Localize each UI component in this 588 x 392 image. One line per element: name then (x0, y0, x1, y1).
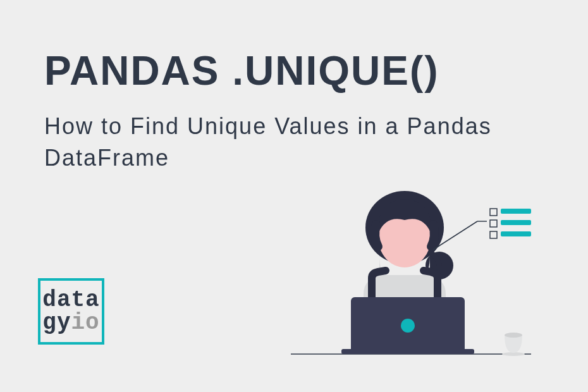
logo-io: io (71, 310, 100, 336)
datagy-logo: data gyio (38, 278, 104, 345)
svg-rect-12 (490, 220, 497, 227)
svg-rect-11 (490, 209, 497, 216)
svg-rect-7 (341, 349, 474, 354)
page-subtitle: How to Find Unique Values in a Pandas Da… (44, 111, 537, 175)
svg-rect-14 (501, 209, 531, 214)
svg-point-8 (401, 319, 415, 333)
svg-rect-15 (501, 220, 531, 225)
logo-line2: gyio (42, 312, 99, 334)
person-laptop-illustration (291, 190, 563, 379)
svg-rect-16 (501, 231, 531, 236)
logo-gy: gy (42, 310, 71, 336)
checklist-icon (490, 209, 531, 238)
svg-point-2 (505, 333, 522, 338)
page-title: PANDAS .UNIQUE() (44, 47, 439, 94)
logo-line1: data (42, 289, 99, 312)
svg-rect-13 (490, 231, 497, 238)
